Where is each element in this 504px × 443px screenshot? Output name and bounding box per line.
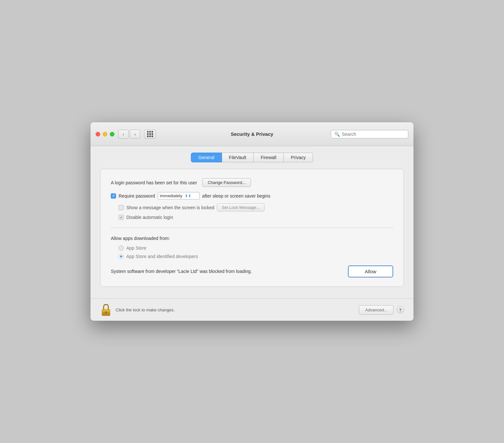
forward-button[interactable]: › (130, 130, 140, 139)
svg-rect-4 (102, 312, 110, 312)
show-message-checkbox[interactable] (119, 205, 124, 210)
disable-login-checkbox[interactable] (119, 215, 124, 220)
radio-app-store-developers-label: App Store and identified developers (126, 254, 198, 259)
tab-firewall[interactable]: Firewall (254, 153, 284, 162)
blocked-software-section: System software from developer “Lacie Lt… (111, 265, 393, 277)
radio-app-store[interactable] (119, 245, 124, 251)
allow-apps-title: Allow apps downloaded from: (111, 236, 393, 241)
main-panel: A login password has been set for this u… (100, 169, 404, 287)
grid-button[interactable] (144, 130, 156, 139)
password-section: A login password has been set for this u… (111, 178, 393, 220)
require-password-dropdown[interactable]: immediately ⬆⬇ (158, 192, 200, 200)
main-window: ‹ › Security & Privacy 🔍 General FileVau… (90, 122, 414, 321)
window-title: Security & Privacy (231, 131, 273, 137)
show-message-row: Show a message when the screen is locked… (119, 203, 393, 211)
require-password-row: Require password immediately ⬆⬇ after sl… (111, 192, 393, 200)
titlebar: ‹ › Security & Privacy 🔍 (90, 122, 414, 146)
footer: Click the lock to make changes. Advanced… (90, 298, 414, 321)
search-box[interactable]: 🔍 (331, 130, 408, 138)
grid-icon (147, 131, 153, 137)
require-password-checkbox[interactable] (111, 193, 116, 199)
advanced-button[interactable]: Advanced... (359, 305, 394, 315)
disable-login-label: Disable automatic login (126, 215, 173, 220)
lock-text: Click the lock to make changes. (116, 308, 359, 312)
disable-login-row: Disable automatic login (119, 215, 393, 220)
search-input[interactable] (342, 132, 405, 137)
radio-app-store-developers[interactable] (119, 254, 124, 259)
app-download-section: Allow apps downloaded from: App Store Ap… (111, 236, 393, 277)
back-button[interactable]: ‹ (118, 130, 129, 139)
traffic-lights (96, 132, 114, 136)
minimize-button[interactable] (103, 132, 107, 136)
lock-icon[interactable] (100, 303, 112, 316)
help-button[interactable]: ? (397, 306, 404, 313)
tab-filevault[interactable]: FileVault (222, 153, 254, 162)
require-password-suffix: after sleep or screen saver begins (202, 193, 270, 199)
nav-buttons: ‹ › (118, 130, 140, 139)
tab-privacy[interactable]: Privacy (284, 153, 313, 162)
radio-app-store-developers-row: App Store and identified developers (119, 254, 393, 259)
blocked-text: System software from developer “Lacie Lt… (111, 268, 252, 275)
content-area: General FileVault Firewall Privacy A log… (90, 146, 414, 298)
section-divider (111, 228, 393, 228)
back-icon: ‹ (123, 132, 124, 137)
require-password-label: Require password (119, 193, 155, 199)
radio-app-store-row: App Store (119, 245, 393, 251)
change-password-button[interactable]: Change Password... (202, 178, 251, 187)
set-lock-message-button[interactable]: Set Lock Message... (217, 203, 265, 211)
svg-rect-5 (102, 314, 110, 314)
show-message-label: Show a message when the screen is locked (126, 205, 214, 210)
dropdown-value: immediately (160, 193, 182, 198)
help-icon: ? (399, 308, 402, 312)
search-icon: 🔍 (334, 132, 340, 137)
radio-app-store-label: App Store (126, 245, 146, 251)
tabs: General FileVault Firewall Privacy (100, 153, 404, 162)
tab-general[interactable]: General (191, 153, 222, 162)
login-password-text: A login password has been set for this u… (111, 180, 197, 185)
dropdown-arrows-icon: ⬆⬇ (185, 194, 191, 198)
maximize-button[interactable] (110, 132, 114, 136)
allow-button[interactable]: Allow (348, 265, 393, 277)
forward-icon: › (134, 132, 136, 137)
close-button[interactable] (96, 132, 100, 136)
login-password-row: A login password has been set for this u… (111, 178, 393, 187)
